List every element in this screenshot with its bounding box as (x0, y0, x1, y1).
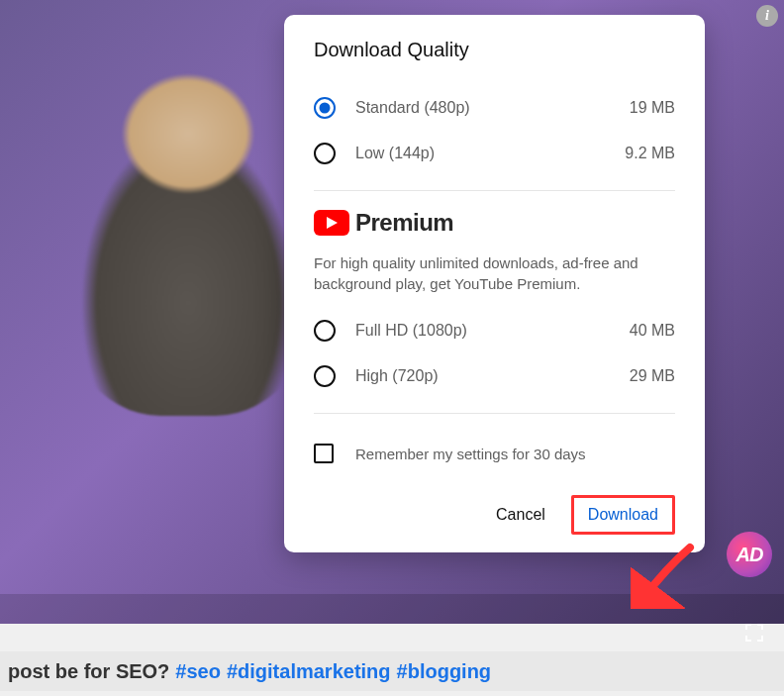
quality-size: 19 MB (630, 99, 675, 117)
quality-label: Standard (480p) (355, 99, 630, 117)
video-controls-overlay (0, 594, 784, 624)
quality-size: 29 MB (630, 367, 675, 385)
premium-label: Premium (355, 209, 453, 237)
radio-icon (314, 365, 336, 387)
quality-label: High (720p) (355, 367, 630, 385)
quality-option-standard[interactable]: Standard (480p) 19 MB (314, 85, 675, 131)
caption-text: post be for SEO? (8, 660, 169, 683)
quality-option-fullhd[interactable]: Full HD (1080p) 40 MB (314, 308, 675, 353)
premium-brand-row: Premium (314, 209, 675, 237)
quality-label: Full HD (1080p) (355, 322, 630, 340)
info-icon[interactable]: i (756, 5, 778, 27)
channel-avatar[interactable]: AD (727, 532, 772, 577)
radio-icon (314, 97, 336, 119)
fullscreen-icon[interactable] (742, 621, 766, 645)
quality-option-low[interactable]: Low (144p) 9.2 MB (314, 131, 675, 176)
hashtag-link[interactable]: #seo (175, 660, 221, 683)
dialog-actions: Cancel Download (314, 495, 675, 535)
divider (314, 190, 675, 191)
video-caption-bar: post be for SEO? #seo #digitalmarketing … (0, 651, 784, 691)
radio-icon (314, 143, 336, 164)
checkbox-icon (314, 444, 334, 463)
hashtag-link[interactable]: #digitalmarketing (227, 660, 391, 683)
download-button[interactable]: Download (571, 495, 675, 535)
quality-option-high[interactable]: High (720p) 29 MB (314, 353, 675, 399)
quality-size: 9.2 MB (625, 145, 675, 162)
dialog-title: Download Quality (314, 39, 675, 61)
radio-icon (314, 320, 336, 342)
remember-label: Remember my settings for 30 days (355, 446, 586, 462)
hashtag-link[interactable]: #blogging (397, 660, 492, 683)
youtube-icon (314, 210, 349, 236)
download-quality-dialog: Download Quality Standard (480p) 19 MB L… (284, 15, 705, 552)
divider (314, 413, 675, 414)
premium-description: For high quality unlimited downloads, ad… (314, 252, 675, 294)
cancel-button[interactable]: Cancel (482, 498, 559, 532)
remember-settings-row[interactable]: Remember my settings for 30 days (314, 428, 675, 479)
quality-size: 40 MB (630, 322, 675, 340)
quality-label: Low (144p) (355, 145, 625, 162)
